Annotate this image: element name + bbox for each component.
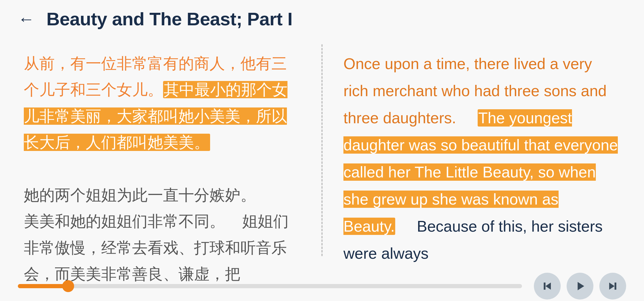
page-title: Beauty and The Beast; Part I xyxy=(46,8,293,29)
english-text-highlight: The youngest daughter was so beautiful t… xyxy=(343,109,618,235)
progress-fill xyxy=(18,284,68,288)
playback-bar xyxy=(0,271,644,301)
right-panel-english: Once upon a time, there lived a very ric… xyxy=(323,41,644,259)
chinese-text-normal-2: 她的两个姐姐为此一直十分嫉妒。美美和她的姐姐们非常不同。 姐姐们非常傲慢，经常去… xyxy=(24,186,289,283)
next-icon xyxy=(607,280,619,292)
play-button[interactable] xyxy=(567,273,593,300)
back-button[interactable]: ← xyxy=(18,11,35,27)
svg-marker-2 xyxy=(578,282,584,290)
prev-icon xyxy=(541,280,553,292)
left-panel-chinese: 从前，有一位非常富有的商人，他有三个儿子和三个女儿。其中最小的那个女儿非常美丽，… xyxy=(0,41,321,259)
header: ← Beauty and The Beast; Part I xyxy=(0,0,644,35)
progress-thumb[interactable] xyxy=(62,280,74,292)
svg-marker-3 xyxy=(609,283,615,290)
svg-rect-1 xyxy=(544,283,545,290)
svg-marker-0 xyxy=(545,283,551,290)
progress-bar[interactable] xyxy=(18,284,522,288)
next-button[interactable] xyxy=(599,273,626,300)
play-icon xyxy=(574,280,586,292)
playback-controls xyxy=(534,273,626,300)
content-area: 从前，有一位非常富有的商人，他有三个儿子和三个女儿。其中最小的那个女儿非常美丽，… xyxy=(0,35,644,265)
svg-rect-4 xyxy=(615,283,616,290)
prev-button[interactable] xyxy=(534,273,561,300)
